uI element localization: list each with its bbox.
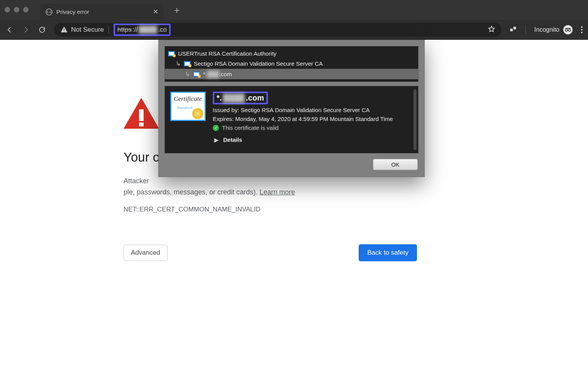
certificate-common-name-highlight: *.████.com [213, 92, 268, 104]
incognito-icon [563, 25, 573, 34]
check-icon: ✓ [213, 125, 219, 131]
dialog-button-row: OK [158, 156, 425, 177]
browser-tab[interactable]: Privacy error ✕ [40, 4, 164, 20]
back-button[interactable] [5, 26, 14, 34]
address-bar[interactable]: Not Secure https:// ████ .co [54, 23, 502, 37]
svg-point-2 [565, 29, 568, 31]
url-host-redacted: ████ [139, 26, 157, 34]
valid-status: ✓ This certificate is valid [213, 124, 393, 131]
forward-button[interactable] [22, 26, 30, 34]
details-disclosure[interactable]: ▶ Details [213, 133, 393, 148]
window-controls [5, 7, 29, 12]
window-titlebar: Privacy error ✕ ＋ [0, 0, 588, 20]
certificate-info-panel: Certificate Standard *.████.com Issued b… [164, 86, 419, 153]
toolbar-right-group: Incognito [509, 25, 583, 34]
reload-button[interactable] [38, 26, 46, 34]
cert-chain-intermediate-label: Sectigo RSA Domain Validation Secure Ser… [194, 60, 323, 67]
svg-rect-1 [513, 27, 516, 29]
window-zoom-button[interactable] [23, 7, 29, 12]
incognito-label: Incognito [534, 26, 559, 33]
not-secure-label: Not Secure [71, 26, 104, 34]
globe-icon [46, 9, 53, 15]
bookmark-star-button[interactable] [488, 25, 495, 35]
disclosure-triangle-icon: ▶ [214, 137, 219, 143]
svg-rect-0 [510, 29, 513, 31]
certificate-chain-box: USERTrust RSA Certification Authority ↳ … [164, 46, 419, 82]
certificate-icon [193, 72, 200, 77]
back-to-safety-button[interactable]: Back to safety [359, 244, 417, 261]
certificate-icon [168, 51, 175, 56]
tree-arrow-icon: ↳ [176, 60, 181, 67]
cert-chain-leaf-label: *.███.com [203, 71, 232, 77]
url-scheme: https [117, 26, 132, 34]
advanced-button[interactable]: Advanced [124, 245, 168, 261]
interstitial-body: Attacker ple, passwords, messages, or cr… [124, 175, 417, 198]
tree-arrow-icon: ↳ [185, 70, 190, 78]
tab-title: Privacy error [56, 9, 89, 15]
incognito-indicator: Incognito [534, 25, 573, 34]
warning-triangle-icon [124, 98, 159, 129]
svg-point-3 [568, 29, 571, 31]
learn-more-link[interactable]: Learn more [259, 188, 295, 196]
certificate-icon [184, 61, 191, 66]
certificate-info-text: *.████.com Issued by: Sectigo RSA Domain… [213, 92, 393, 148]
cert-chain-leaf-row[interactable]: ↳ *.███.com [165, 69, 418, 79]
separator [108, 26, 109, 33]
error-code: NET::ERR_CERT_COMMON_NAME_INVALID [124, 206, 588, 213]
cert-chain-root-label: USERTrust RSA Certification Authority [178, 50, 276, 57]
new-tab-button[interactable]: ＋ [172, 4, 181, 16]
security-status[interactable]: Not Secure [60, 26, 104, 34]
interstitial-button-row: Advanced Back to safety [124, 244, 417, 261]
expires-text: Expires: Monday, May 4, 2020 at 4:59:59 … [213, 116, 393, 122]
cert-chain-intermediate-row[interactable]: ↳ Sectigo RSA Domain Validation Secure S… [165, 58, 418, 69]
scrollbar[interactable] [413, 89, 417, 150]
url-tld: .co [158, 26, 167, 34]
window-minimize-button[interactable] [14, 7, 19, 12]
certificate-dialog: USERTrust RSA Certification Authority ↳ … [158, 40, 425, 177]
issued-by-text: Issued by: Sectigo RSA Domain Validation… [213, 107, 393, 113]
certificate-image-icon: Certificate Standard [170, 92, 206, 121]
browser-menu-button[interactable] [581, 26, 583, 33]
ok-button[interactable]: OK [373, 159, 418, 170]
tab-close-button[interactable]: ✕ [153, 8, 158, 16]
window-close-button[interactable] [5, 7, 10, 12]
warning-icon [60, 26, 68, 34]
separator [525, 25, 526, 34]
cert-chain-root-row[interactable]: USERTrust RSA Certification Authority [165, 49, 418, 58]
browser-toolbar: Not Secure https:// ████ .co Incognito [0, 20, 588, 40]
extension-icon[interactable] [509, 25, 517, 34]
url-highlight-box: https:// ████ .co [114, 24, 171, 36]
details-label: Details [223, 136, 242, 143]
